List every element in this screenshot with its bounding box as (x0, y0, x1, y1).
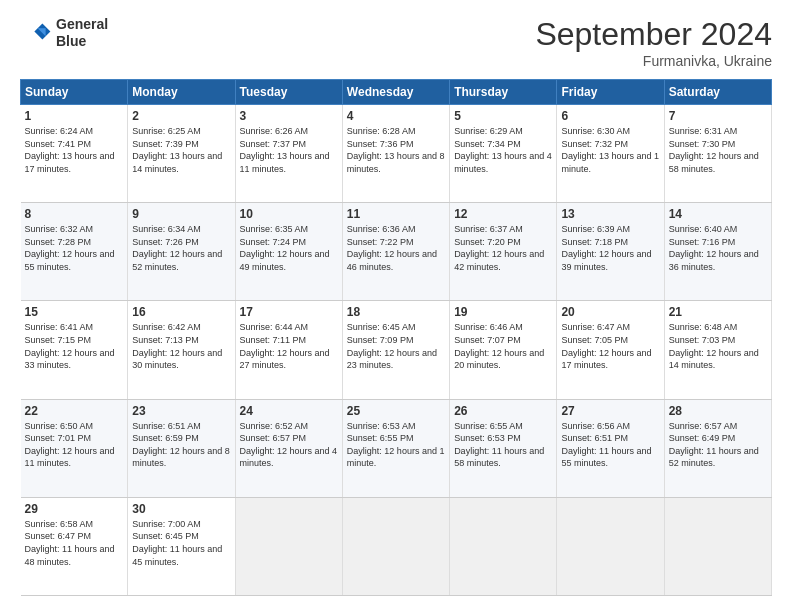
day-info: Sunrise: 6:28 AMSunset: 7:36 PMDaylight:… (347, 125, 445, 175)
day-of-week-header: Sunday (21, 80, 128, 105)
day-number: 14 (669, 207, 767, 221)
day-number: 4 (347, 109, 445, 123)
table-row: 14 Sunrise: 6:40 AMSunset: 7:16 PMDaylig… (664, 203, 771, 301)
table-row: 12 Sunrise: 6:37 AMSunset: 7:20 PMDaylig… (450, 203, 557, 301)
day-info: Sunrise: 6:53 AMSunset: 6:55 PMDaylight:… (347, 420, 445, 470)
table-row: 15 Sunrise: 6:41 AMSunset: 7:15 PMDaylig… (21, 301, 128, 399)
day-info: Sunrise: 6:36 AMSunset: 7:22 PMDaylight:… (347, 223, 445, 273)
header: General Blue September 2024 Furmanivka, … (20, 16, 772, 69)
logo: General Blue (20, 16, 108, 50)
day-number: 29 (25, 502, 124, 516)
calendar-week-row: 8 Sunrise: 6:32 AMSunset: 7:28 PMDayligh… (21, 203, 772, 301)
table-row: 11 Sunrise: 6:36 AMSunset: 7:22 PMDaylig… (342, 203, 449, 301)
day-number: 1 (25, 109, 124, 123)
day-info: Sunrise: 6:57 AMSunset: 6:49 PMDaylight:… (669, 420, 767, 470)
day-info: Sunrise: 6:40 AMSunset: 7:16 PMDaylight:… (669, 223, 767, 273)
calendar: SundayMondayTuesdayWednesdayThursdayFrid… (20, 79, 772, 596)
day-info: Sunrise: 6:56 AMSunset: 6:51 PMDaylight:… (561, 420, 659, 470)
day-number: 20 (561, 305, 659, 319)
day-info: Sunrise: 6:39 AMSunset: 7:18 PMDaylight:… (561, 223, 659, 273)
day-info: Sunrise: 6:30 AMSunset: 7:32 PMDaylight:… (561, 125, 659, 175)
table-row: 25 Sunrise: 6:53 AMSunset: 6:55 PMDaylig… (342, 399, 449, 497)
table-row (557, 497, 664, 595)
day-number: 17 (240, 305, 338, 319)
table-row (664, 497, 771, 595)
day-number: 19 (454, 305, 552, 319)
day-info: Sunrise: 6:35 AMSunset: 7:24 PMDaylight:… (240, 223, 338, 273)
day-of-week-header: Wednesday (342, 80, 449, 105)
table-row: 4 Sunrise: 6:28 AMSunset: 7:36 PMDayligh… (342, 105, 449, 203)
day-number: 12 (454, 207, 552, 221)
day-info: Sunrise: 6:58 AMSunset: 6:47 PMDaylight:… (25, 518, 124, 568)
table-row: 22 Sunrise: 6:50 AMSunset: 7:01 PMDaylig… (21, 399, 128, 497)
table-row (342, 497, 449, 595)
day-number: 7 (669, 109, 767, 123)
day-info: Sunrise: 6:46 AMSunset: 7:07 PMDaylight:… (454, 321, 552, 371)
day-number: 21 (669, 305, 767, 319)
day-info: Sunrise: 6:25 AMSunset: 7:39 PMDaylight:… (132, 125, 230, 175)
day-info: Sunrise: 6:24 AMSunset: 7:41 PMDaylight:… (25, 125, 124, 175)
table-row: 18 Sunrise: 6:45 AMSunset: 7:09 PMDaylig… (342, 301, 449, 399)
table-row: 26 Sunrise: 6:55 AMSunset: 6:53 PMDaylig… (450, 399, 557, 497)
calendar-week-row: 29 Sunrise: 6:58 AMSunset: 6:47 PMDaylig… (21, 497, 772, 595)
day-number: 30 (132, 502, 230, 516)
day-info: Sunrise: 6:32 AMSunset: 7:28 PMDaylight:… (25, 223, 124, 273)
table-row (235, 497, 342, 595)
day-info: Sunrise: 6:47 AMSunset: 7:05 PMDaylight:… (561, 321, 659, 371)
table-row: 10 Sunrise: 6:35 AMSunset: 7:24 PMDaylig… (235, 203, 342, 301)
day-number: 28 (669, 404, 767, 418)
table-row (450, 497, 557, 595)
day-info: Sunrise: 6:51 AMSunset: 6:59 PMDaylight:… (132, 420, 230, 470)
day-number: 25 (347, 404, 445, 418)
day-info: Sunrise: 6:42 AMSunset: 7:13 PMDaylight:… (132, 321, 230, 371)
day-info: Sunrise: 6:45 AMSunset: 7:09 PMDaylight:… (347, 321, 445, 371)
day-info: Sunrise: 6:37 AMSunset: 7:20 PMDaylight:… (454, 223, 552, 273)
table-row: 17 Sunrise: 6:44 AMSunset: 7:11 PMDaylig… (235, 301, 342, 399)
table-row: 1 Sunrise: 6:24 AMSunset: 7:41 PMDayligh… (21, 105, 128, 203)
logo-text: General Blue (56, 16, 108, 50)
day-number: 13 (561, 207, 659, 221)
day-number: 9 (132, 207, 230, 221)
day-of-week-header: Tuesday (235, 80, 342, 105)
day-number: 5 (454, 109, 552, 123)
day-info: Sunrise: 6:44 AMSunset: 7:11 PMDaylight:… (240, 321, 338, 371)
table-row: 2 Sunrise: 6:25 AMSunset: 7:39 PMDayligh… (128, 105, 235, 203)
day-of-week-header: Saturday (664, 80, 771, 105)
day-info: Sunrise: 6:31 AMSunset: 7:30 PMDaylight:… (669, 125, 767, 175)
day-number: 2 (132, 109, 230, 123)
table-row: 30 Sunrise: 7:00 AMSunset: 6:45 PMDaylig… (128, 497, 235, 595)
day-of-week-header: Thursday (450, 80, 557, 105)
day-info: Sunrise: 6:48 AMSunset: 7:03 PMDaylight:… (669, 321, 767, 371)
table-row: 7 Sunrise: 6:31 AMSunset: 7:30 PMDayligh… (664, 105, 771, 203)
table-row: 21 Sunrise: 6:48 AMSunset: 7:03 PMDaylig… (664, 301, 771, 399)
day-number: 8 (25, 207, 124, 221)
day-number: 22 (25, 404, 124, 418)
day-info: Sunrise: 6:41 AMSunset: 7:15 PMDaylight:… (25, 321, 124, 371)
table-row: 20 Sunrise: 6:47 AMSunset: 7:05 PMDaylig… (557, 301, 664, 399)
day-number: 18 (347, 305, 445, 319)
day-info: Sunrise: 6:55 AMSunset: 6:53 PMDaylight:… (454, 420, 552, 470)
table-row: 29 Sunrise: 6:58 AMSunset: 6:47 PMDaylig… (21, 497, 128, 595)
logo-icon (20, 17, 52, 49)
day-number: 15 (25, 305, 124, 319)
day-number: 16 (132, 305, 230, 319)
page: General Blue September 2024 Furmanivka, … (0, 0, 792, 612)
table-row: 5 Sunrise: 6:29 AMSunset: 7:34 PMDayligh… (450, 105, 557, 203)
day-info: Sunrise: 6:52 AMSunset: 6:57 PMDaylight:… (240, 420, 338, 470)
table-row: 16 Sunrise: 6:42 AMSunset: 7:13 PMDaylig… (128, 301, 235, 399)
calendar-header-row: SundayMondayTuesdayWednesdayThursdayFrid… (21, 80, 772, 105)
calendar-week-row: 22 Sunrise: 6:50 AMSunset: 7:01 PMDaylig… (21, 399, 772, 497)
month-title: September 2024 (535, 16, 772, 53)
day-info: Sunrise: 6:26 AMSunset: 7:37 PMDaylight:… (240, 125, 338, 175)
table-row: 19 Sunrise: 6:46 AMSunset: 7:07 PMDaylig… (450, 301, 557, 399)
calendar-week-row: 15 Sunrise: 6:41 AMSunset: 7:15 PMDaylig… (21, 301, 772, 399)
day-info: Sunrise: 6:34 AMSunset: 7:26 PMDaylight:… (132, 223, 230, 273)
day-number: 3 (240, 109, 338, 123)
day-info: Sunrise: 6:29 AMSunset: 7:34 PMDaylight:… (454, 125, 552, 175)
day-number: 23 (132, 404, 230, 418)
subtitle: Furmanivka, Ukraine (535, 53, 772, 69)
day-number: 11 (347, 207, 445, 221)
day-of-week-header: Friday (557, 80, 664, 105)
table-row: 6 Sunrise: 6:30 AMSunset: 7:32 PMDayligh… (557, 105, 664, 203)
day-number: 10 (240, 207, 338, 221)
